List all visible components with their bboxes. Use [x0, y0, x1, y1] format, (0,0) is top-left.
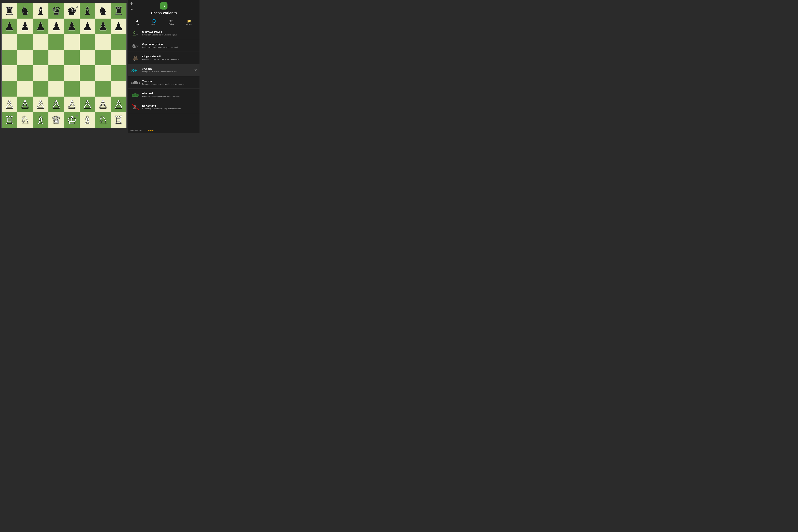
piece-wp-r6c6: ♙	[98, 99, 108, 110]
tab-play[interactable]: ♟ Play	[134, 18, 140, 26]
board-square-r1c4[interactable]: ♟	[64, 19, 80, 34]
board-square-r7c2[interactable]: ♗	[33, 112, 49, 128]
variant-item-sideways-pawns[interactable]: ♙→Sideways PawnsPawns can also move side…	[128, 27, 200, 39]
variant-desc-3-check: First player to deliver 3 checks or mate…	[142, 71, 177, 73]
variant-text-sideways-pawns: Sideways PawnsPawns can also move sidewa…	[142, 31, 177, 36]
board-square-r7c0[interactable]: ♖	[2, 112, 17, 128]
piece-bp-r1c4: ♟	[67, 21, 77, 32]
board-square-r3c1[interactable]	[17, 50, 33, 65]
board-square-r3c7[interactable]	[111, 50, 127, 65]
board-square-r4c7[interactable]	[111, 65, 127, 81]
board-square-r1c0[interactable]: ♟	[2, 19, 17, 34]
board-square-r3c6[interactable]	[95, 50, 111, 65]
variant-text-capture-anything: Capture AnythingCapture your own pieces …	[142, 43, 178, 49]
board-square-r4c0[interactable]	[2, 65, 17, 81]
board-square-r1c2[interactable]: ♟	[33, 19, 49, 34]
variant-item-capture-anything[interactable]: ♞✕Capture AnythingCapture your own piece…	[128, 39, 200, 52]
variant-text-blindfold: BlindfoldPlay without being able to see …	[142, 92, 180, 98]
board-square-r6c1[interactable]: ♙	[17, 97, 33, 112]
svg-text:→: →	[135, 33, 138, 36]
variant-item-no-castling[interactable]: ♜No CastlingNo castling allowed leaves k…	[128, 101, 200, 113]
panel-footer: PedroPinhata | 2 Forum	[128, 128, 200, 133]
variant-name-blindfold: Blindfold	[142, 92, 180, 95]
board-square-r5c2[interactable]	[33, 81, 49, 97]
board-square-r0c4[interactable]: ♚3	[64, 3, 80, 19]
board-square-r7c3[interactable]: ♕	[49, 112, 64, 128]
board-square-r5c3[interactable]	[49, 81, 64, 97]
board-square-r1c7[interactable]: ♟	[111, 19, 127, 34]
board-square-r6c7[interactable]: ♙	[111, 97, 127, 112]
variant-name-sideways-pawns: Sideways Pawns	[142, 31, 177, 33]
board-square-r6c6[interactable]: ♙	[95, 97, 111, 112]
board-square-r2c4[interactable]	[64, 34, 80, 50]
board-square-r7c7[interactable]: ♖	[111, 112, 127, 128]
variant-item-blindfold[interactable]: BlindfoldPlay without being able to see …	[128, 89, 200, 101]
board-square-r3c4[interactable]	[64, 50, 80, 65]
piece-wb-r7c2: ♗	[36, 114, 46, 126]
board-square-r0c3[interactable]: ♛	[49, 3, 64, 19]
tab-archive[interactable]: 📁 Archive	[185, 18, 193, 26]
board-square-r6c2[interactable]: ♙	[33, 97, 49, 112]
board-square-r1c5[interactable]: ♟	[80, 19, 95, 34]
board-square-r4c3[interactable]	[49, 65, 64, 81]
chess-board[interactable]: ♜♞♝♛♚3♝♞♜♟♟♟♟♟♟♟♟♙♙♙♙♙♙♙♙♖♘♗♕♔3♗♘♖	[1, 3, 127, 128]
board-square-r0c7[interactable]: ♜	[111, 3, 127, 19]
board-square-r5c1[interactable]	[17, 81, 33, 97]
board-square-r6c0[interactable]: ♙	[2, 97, 17, 112]
board-square-r3c3[interactable]	[49, 50, 64, 65]
board-square-r0c2[interactable]: ♝	[33, 3, 49, 19]
board-square-r5c4[interactable]	[64, 81, 80, 97]
board-square-r4c1[interactable]	[17, 65, 33, 81]
tab-lobby[interactable]: 🌐 Lobby	[150, 18, 158, 26]
board-square-r5c5[interactable]	[80, 81, 95, 97]
board-square-r5c6[interactable]	[95, 81, 111, 97]
board-square-r5c0[interactable]	[2, 81, 17, 97]
board-square-r7c5[interactable]: ♗	[80, 112, 95, 128]
board-square-r3c0[interactable]	[2, 50, 17, 65]
board-square-r3c2[interactable]	[33, 50, 49, 65]
board-square-r4c4[interactable]	[64, 65, 80, 81]
variant-item-king-of-the-hill[interactable]: ▲King Of The HillFirst player to get the…	[128, 52, 200, 64]
board-square-r2c0[interactable]	[2, 34, 17, 50]
piece-bq-r0c3: ♛	[51, 5, 61, 16]
board-square-r2c3[interactable]	[49, 34, 64, 50]
forum-link[interactable]: Forum	[148, 129, 154, 132]
board-square-r2c7[interactable]	[111, 34, 127, 50]
board-square-r6c4[interactable]: ♙	[64, 97, 80, 112]
variant-text-no-castling: No CastlingNo castling allowed leaves ki…	[142, 104, 181, 110]
board-square-r4c2[interactable]	[33, 65, 49, 81]
board-square-r3c5[interactable]	[80, 50, 95, 65]
board-square-r1c1[interactable]: ♟	[17, 19, 33, 34]
tab-watch[interactable]: 👁 Watch	[167, 18, 175, 26]
board-square-r0c0[interactable]: ♜	[2, 3, 17, 19]
piece-bb-r0c2: ♝	[36, 5, 46, 16]
board-square-r4c5[interactable]	[80, 65, 95, 81]
variant-icon-3-check: 3+	[130, 66, 140, 75]
board-square-r4c6[interactable]	[95, 65, 111, 81]
gear-icon[interactable]: ⚙	[130, 2, 133, 5]
board-square-r0c1[interactable]: ♞	[17, 3, 33, 19]
right-panel: Chess Variants ♟ Play 🌐 Lobby 👁 Watch 📁 …	[128, 0, 200, 133]
piece-bp-r1c6: ♟	[98, 21, 108, 32]
board-square-r1c3[interactable]: ♟	[49, 19, 64, 34]
variant-desc-capture-anything: Capture your own pieces too when you wan…	[142, 46, 178, 49]
board-square-r6c5[interactable]: ♙	[80, 97, 95, 112]
board-square-r1c6[interactable]: ♟	[95, 19, 111, 34]
board-square-r2c6[interactable]	[95, 34, 111, 50]
board-square-r2c5[interactable]	[80, 34, 95, 50]
board-square-r0c5[interactable]: ♝	[80, 3, 95, 19]
board-square-r0c6[interactable]: ♞	[95, 3, 111, 19]
board-square-r2c1[interactable]	[17, 34, 33, 50]
variant-item-torpedo[interactable]: TorpedoPawns can always move forward one…	[128, 76, 200, 89]
piece-bn-r0c1: ♞	[20, 5, 30, 16]
board-square-r5c7[interactable]	[111, 81, 127, 97]
board-square-r2c2[interactable]	[33, 34, 49, 50]
variant-item-3-check[interactable]: 3+3 CheckFirst player to deliver 3 check…	[128, 64, 200, 76]
piece-bp-r1c5: ♟	[82, 21, 92, 32]
board-square-r7c6[interactable]: ♘	[95, 112, 111, 128]
board-square-r6c3[interactable]: ♙	[49, 97, 64, 112]
board-square-r7c4[interactable]: ♔3	[64, 112, 80, 128]
arrows-icon[interactable]: ⇅	[130, 7, 133, 11]
board-square-r7c1[interactable]: ♘	[17, 112, 33, 128]
svg-marker-10	[133, 56, 138, 58]
